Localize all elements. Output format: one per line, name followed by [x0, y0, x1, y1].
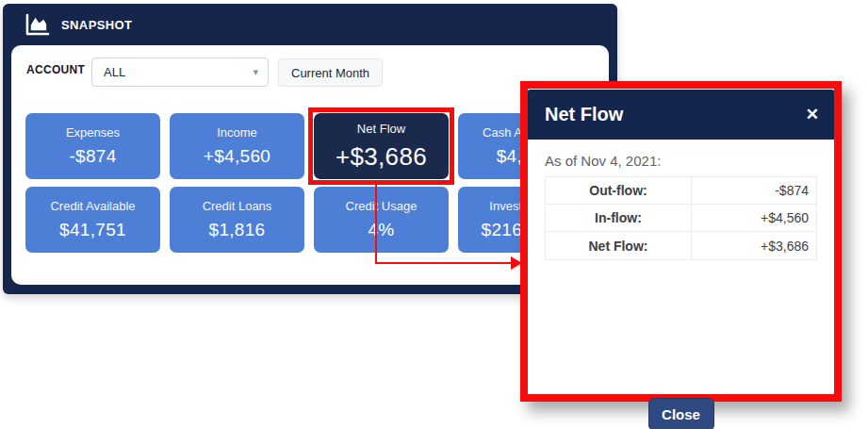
metric-tile-grid: Expenses -$874 Income +$4,560 Net Flow +… — [25, 113, 593, 253]
account-dropdown[interactable]: ALL ▾ — [91, 58, 269, 87]
tile-value: +$3,686 — [336, 142, 427, 172]
tile-credit-loans[interactable]: Credit Loans $1,816 — [170, 187, 304, 253]
modal-body: As of Nov 4, 2021: Out-flow: -$874 In-fl… — [528, 140, 834, 260]
tile-label: Credit Usage — [346, 199, 418, 213]
row-label: Out-flow: — [546, 177, 692, 204]
tile-label: Cash A — [458, 125, 522, 140]
tile-value: $4, — [458, 146, 522, 167]
account-dropdown-value: ALL — [104, 65, 253, 79]
tile-label: Invest — [458, 199, 522, 213]
tile-label: Expenses — [66, 125, 120, 140]
tile-value: -$874 — [69, 146, 116, 167]
tile-income[interactable]: Income +$4,560 — [170, 113, 304, 179]
panel-header: SNAPSHOT — [3, 4, 617, 45]
tile-net-flow-highlighted[interactable]: Net Flow +$3,686 — [314, 113, 449, 179]
tile-expenses[interactable]: Expenses -$874 — [25, 113, 160, 179]
table-row: In-flow: +$4,560 — [546, 205, 816, 232]
row-label: Net Flow: — [546, 232, 692, 259]
tile-credit-usage[interactable]: Credit Usage 4% — [314, 187, 449, 253]
tile-value: 4% — [368, 220, 394, 240]
area-chart-icon — [25, 13, 50, 37]
panel-title: SNAPSHOT — [61, 18, 132, 32]
row-label: In-flow: — [546, 205, 692, 231]
tile-credit-available[interactable]: Credit Available $41,751 — [25, 187, 160, 253]
current-month-button[interactable]: Current Month — [278, 58, 383, 87]
snapshot-card: ACCOUNT ALL ▾ Current Month Expenses -$8… — [11, 45, 609, 285]
tile-label: Credit Loans — [203, 199, 272, 213]
row-value: +$3,686 — [692, 239, 816, 254]
tile-value: $216 — [458, 220, 522, 240]
row-value: -$874 — [692, 183, 816, 198]
tile-value: +$4,560 — [204, 146, 270, 167]
table-row: Out-flow: -$874 — [546, 177, 816, 205]
net-flow-modal: Net Flow ✕ As of Nov 4, 2021: Out-flow: … — [520, 81, 842, 402]
modal-title: Net Flow — [545, 104, 806, 125]
as-of-date-text: As of Nov 4, 2021: — [545, 153, 834, 169]
tile-label: Net Flow — [357, 122, 405, 136]
snapshot-page: SNAPSHOT ACCOUNT ALL ▾ Current Month Exp… — [0, 0, 868, 429]
net-flow-table: Out-flow: -$874 In-flow: +$4,560 Net Flo… — [545, 176, 817, 260]
tile-label: Credit Available — [50, 199, 135, 213]
tile-value: $1,816 — [209, 220, 266, 240]
tile-label: Income — [217, 125, 257, 140]
tile-value: $41,751 — [59, 220, 126, 240]
close-icon[interactable]: ✕ — [806, 107, 819, 123]
account-label: ACCOUNT — [26, 63, 85, 76]
modal-header: Net Flow ✕ — [528, 90, 834, 140]
chevron-down-icon: ▾ — [253, 66, 258, 78]
annotation-arrow-vertical — [375, 185, 377, 264]
close-button[interactable]: Close — [648, 398, 714, 429]
table-row: Net Flow: +$3,686 — [546, 232, 816, 259]
annotation-arrow-horizontal — [375, 262, 513, 264]
row-value: +$4,560 — [692, 210, 816, 225]
